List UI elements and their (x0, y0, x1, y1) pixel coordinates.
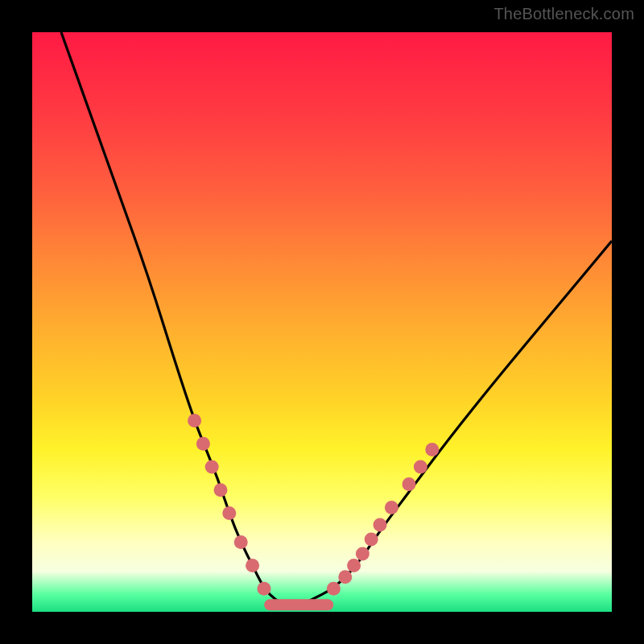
marker-dot (258, 582, 271, 596)
marker-dot (414, 460, 427, 474)
marker-dot (327, 582, 341, 596)
marker-dot (338, 570, 352, 584)
marker-dot (246, 559, 259, 572)
marker-dot (385, 501, 398, 514)
marker-dot (347, 559, 361, 572)
marker-dot (234, 535, 248, 549)
marker-dot (188, 414, 201, 427)
bottleneck-curve (61, 32, 612, 606)
marker-dot (365, 533, 378, 547)
marker-dot (356, 547, 369, 561)
marker-dot (196, 437, 210, 451)
plot-area (32, 32, 612, 612)
marker-dot (425, 443, 439, 456)
marker-dot (214, 483, 228, 497)
chart-stage: TheBottleneck.com (0, 0, 644, 644)
watermark-text: TheBottleneck.com (493, 5, 634, 23)
marker-dot (374, 518, 387, 532)
marker-dot (222, 506, 236, 520)
curve-svg (32, 32, 612, 612)
marker-dot (205, 460, 219, 474)
marker-dot (402, 477, 416, 491)
